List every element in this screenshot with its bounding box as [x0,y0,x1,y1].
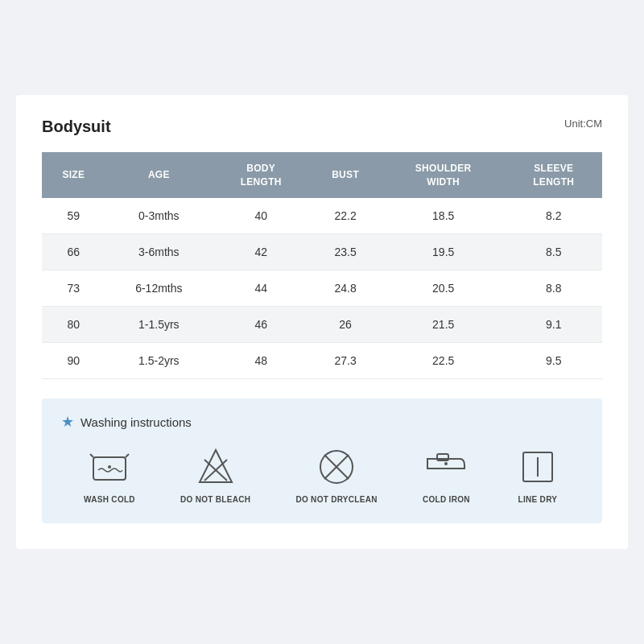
table-cell: 19.5 [382,234,506,270]
table-cell: 40 [213,198,309,234]
line-dry-label: LINE DRY [518,495,558,504]
svg-point-11 [444,462,448,465]
col-size: SIZE [42,152,105,199]
table-cell: 20.5 [382,270,506,307]
svg-line-3 [126,454,129,457]
col-shoulder-width: SHOULDERWIDTH [382,152,506,199]
table-cell: 3-6mths [105,234,213,270]
do-not-bleach-icon [193,447,238,487]
wash-cold-label: WASH COLD [84,495,135,504]
washing-title: ★ Washing instructions [61,413,583,431]
table-cell: 42 [213,234,309,270]
svg-point-1 [108,465,111,469]
table-cell: 18.5 [382,198,506,234]
star-icon: ★ [61,413,74,431]
table-cell: 59 [42,198,105,234]
table-row: 590-3mths4022.218.58.2 [42,198,602,234]
cold-iron-label: COLD IRON [423,495,470,504]
do-not-bleach-item: DO NOT BLEACH [180,447,250,504]
col-bust: BUST [309,152,381,199]
table-cell: 1-1.5yrs [105,307,213,343]
table-cell: 27.3 [309,343,381,379]
table-cell: 46 [213,307,309,343]
table-cell: 6-12mths [105,270,213,307]
table-cell: 23.5 [309,234,381,270]
table-cell: 8.5 [506,234,602,270]
washing-icons-row: WASH COLD DO NOT BLEACH [61,447,583,504]
main-card: Bodysuit Unit:CM SIZE AGE BODYLENGTH BUS… [16,95,628,550]
line-dry-item: LINE DRY [515,447,560,504]
table-cell: 1.5-2yrs [105,343,213,379]
wash-cold-item: WASH COLD [84,447,135,504]
washing-instructions: ★ Washing instructions [42,398,602,523]
table-cell: 9.1 [506,307,602,343]
table-cell: 44 [213,270,309,307]
table-row: 901.5-2yrs4827.322.59.5 [42,343,602,379]
do-not-dryclean-item: DO NOT DRYCLEAN [295,447,377,504]
col-sleeve-length: SLEEVELENGTH [506,152,602,199]
cold-iron-icon [423,447,469,487]
card-header: Bodysuit Unit:CM [42,118,602,136]
table-row: 801-1.5yrs462621.59.1 [42,307,602,343]
col-age: AGE [105,152,213,199]
col-body-length: BODYLENGTH [213,152,309,199]
table-cell: 90 [42,343,105,379]
unit-label: Unit:CM [564,118,602,130]
table-cell: 8.2 [506,198,602,234]
page-title: Bodysuit [42,118,111,136]
svg-line-2 [90,454,93,457]
line-dry-icon [515,447,560,487]
table-cell: 48 [213,343,309,379]
table-cell: 73 [42,270,105,307]
size-table: SIZE AGE BODYLENGTH BUST SHOULDERWIDTH S… [42,152,602,380]
table-cell: 24.8 [309,270,381,307]
table-cell: 21.5 [382,307,506,343]
cold-iron-item: COLD IRON [423,447,470,504]
table-cell: 0-3mths [105,198,213,234]
wash-cold-icon [87,447,132,487]
do-not-dryclean-icon [314,447,359,487]
table-cell: 9.5 [506,343,602,379]
table-row: 736-12mths4424.820.58.8 [42,270,602,307]
do-not-dryclean-label: DO NOT DRYCLEAN [295,495,377,504]
table-cell: 80 [42,307,105,343]
table-cell: 66 [42,234,105,270]
table-row: 663-6mths4223.519.58.5 [42,234,602,270]
table-cell: 22.5 [382,343,506,379]
do-not-bleach-label: DO NOT BLEACH [180,495,250,504]
table-header-row: SIZE AGE BODYLENGTH BUST SHOULDERWIDTH S… [42,152,602,199]
svg-marker-4 [200,450,232,482]
table-cell: 26 [309,307,381,343]
table-cell: 8.8 [506,270,602,307]
table-cell: 22.2 [309,198,381,234]
